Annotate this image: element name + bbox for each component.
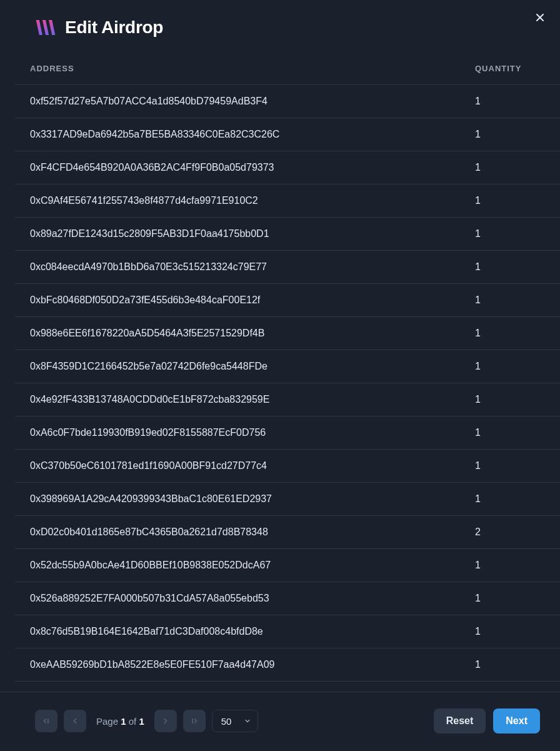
cell-quantity: 1 <box>460 383 560 416</box>
cell-quantity: 1 <box>460 184 560 218</box>
cell-quantity: 1 <box>460 582 560 615</box>
table-row: 0x8c76d5B19B164E1642Baf71dC3Daf008c4bfdD… <box>15 615 560 648</box>
table-row: 0xC370b50eC6101781ed1f1690A00BF91cd27D77… <box>15 450 560 483</box>
modal-title: Edit Airdrop <box>65 18 163 38</box>
page-indicator: Page 1 of 1 <box>92 716 148 727</box>
table-row: 0xc084eecdA4970b1BbD6a70E3c515213324c79E… <box>15 251 560 284</box>
cell-address: 0x4e92fF433B13748A0CDDd0cE1bF872cba83295… <box>15 383 460 416</box>
table-row: 0x8F4359D1C2166452b5e7a02742D6fe9ca5448F… <box>15 350 560 383</box>
cell-quantity: 2 <box>460 516 560 549</box>
table-row: 0xA6c0F7bde119930fB919ed02F8155887EcF0D7… <box>15 416 560 450</box>
cell-address: 0x988e6EE6f1678220aA5D5464A3f5E2571529Df… <box>15 317 460 350</box>
cell-quantity: 1 <box>460 549 560 582</box>
table-row: 0xbFc80468Df050D2a73fE455d6b3e484caF00E1… <box>15 284 560 317</box>
page-total: 1 <box>139 716 144 727</box>
page-size-value: 50 <box>221 716 232 727</box>
cell-quantity: 1 <box>460 450 560 483</box>
page-current: 1 <box>121 716 126 727</box>
cell-address: 0xf52f57d27e5A7b07ACC4a1d8540bD79459AdB3… <box>15 85 460 118</box>
cell-quantity: 1 <box>460 218 560 251</box>
cell-address: 0xF4CFD4e654B920A0A36B2AC4Ff9F0B0a05d793… <box>15 151 460 184</box>
cell-address: 0xeAAB59269bD1bA8522E8e5E0FE510F7aa4d47A… <box>15 648 460 682</box>
cell-address: 0x526a889252E7FA000b507b31CdA57A8a055ebd… <box>15 582 460 615</box>
page-label-prefix: Page <box>96 716 121 727</box>
column-header-address: ADDRESS <box>15 49 460 85</box>
cell-address: 0xbFc80468Df050D2a73fE455d6b3e484caF00E1… <box>15 284 460 317</box>
table-row: 0xf52f57d27e5A7b07ACC4a1d8540bD79459AdB3… <box>15 85 560 118</box>
cell-quantity: 1 <box>460 85 560 118</box>
pagination: Page 1 of 1 50 <box>35 710 258 732</box>
table-row: 0x3317AD9eDa6942b5a7BE5BA83346C0Ea82C3C2… <box>15 118 560 151</box>
reset-button[interactable]: Reset <box>434 708 486 733</box>
cell-address: 0x89a27fDE1243d15c2809F5AB3D1F0aa4175bb0… <box>15 218 460 251</box>
page-first-button[interactable] <box>35 710 58 732</box>
chevron-right-icon <box>161 717 170 725</box>
cell-address: 0xA6c0F7bde119930fB919ed02F8155887EcF0D7… <box>15 416 460 450</box>
table-row: 0xD02c0b401d1865e87bC4365B0a2621d7d8B783… <box>15 516 560 549</box>
cell-address: 0x52dc55b9A0bcAe41D60BBEf10B9838E052DdcA… <box>15 549 460 582</box>
modal-footer: Page 1 of 1 50 Reset Next <box>0 692 560 751</box>
app-logo-icon <box>35 19 56 36</box>
footer-actions: Reset Next <box>434 708 540 733</box>
chevrons-right-icon <box>190 717 199 725</box>
chevrons-left-icon <box>42 717 51 725</box>
table-row: 0xF4CFD4e654B920A0A36B2AC4Ff9F0B0a05d793… <box>15 151 560 184</box>
cell-address: 0x3317AD9eDa6942b5a7BE5BA83346C0Ea82C3C2… <box>15 118 460 151</box>
airdrop-table: ADDRESS QUANTITY 0xf52f57d27e5A7b07ACC4a… <box>15 49 560 682</box>
cell-quantity: 1 <box>460 151 560 184</box>
modal-header: Edit Airdrop <box>0 0 560 49</box>
page-size-select[interactable]: 50 <box>212 710 258 732</box>
cell-address: 0xD02c0b401d1865e87bC4365B0a2621d7d8B783… <box>15 516 460 549</box>
airdrop-table-scroll[interactable]: ADDRESS QUANTITY 0xf52f57d27e5A7b07ACC4a… <box>0 49 560 692</box>
table-row: 0x526a889252E7FA000b507b31CdA57A8a055ebd… <box>15 582 560 615</box>
cell-quantity: 1 <box>460 350 560 383</box>
cell-address: 0x8F4359D1C2166452b5e7a02742D6fe9ca5448F… <box>15 350 460 383</box>
table-row: 0xC9Af4E56741f255743e8f4877d4cfa9971E910… <box>15 184 560 218</box>
cell-quantity: 1 <box>460 416 560 450</box>
cell-quantity: 1 <box>460 648 560 682</box>
page-last-button[interactable] <box>183 710 206 732</box>
cell-address: 0xC370b50eC6101781ed1f1690A00BF91cd27D77… <box>15 450 460 483</box>
chevron-down-icon <box>244 717 251 725</box>
chevron-left-icon <box>71 717 79 725</box>
cell-address: 0xc084eecdA4970b1BbD6a70E3c515213324c79E… <box>15 251 460 284</box>
cell-quantity: 1 <box>460 284 560 317</box>
page-label-of: of <box>126 716 139 727</box>
table-row: 0x4e92fF433B13748A0CDDd0cE1bF872cba83295… <box>15 383 560 416</box>
table-row: 0x52dc55b9A0bcAe41D60BBEf10B9838E052DdcA… <box>15 549 560 582</box>
table-row: 0xeAAB59269bD1bA8522E8e5E0FE510F7aa4d47A… <box>15 648 560 682</box>
column-header-quantity: QUANTITY <box>460 49 560 85</box>
next-button[interactable]: Next <box>493 708 540 733</box>
cell-quantity: 1 <box>460 615 560 648</box>
page-next-button[interactable] <box>154 710 177 732</box>
cell-address: 0xC9Af4E56741f255743e8f4877d4cfa9971E910… <box>15 184 460 218</box>
cell-address: 0x398969A1A29cA4209399343BbaC1c80E61ED29… <box>15 483 460 516</box>
cell-quantity: 1 <box>460 317 560 350</box>
edit-airdrop-modal: Edit Airdrop ADDRESS QUANTITY 0xf52f57d2… <box>0 0 560 751</box>
table-row: 0x398969A1A29cA4209399343BbaC1c80E61ED29… <box>15 483 560 516</box>
page-prev-button[interactable] <box>64 710 86 732</box>
cell-quantity: 1 <box>460 251 560 284</box>
table-row: 0x988e6EE6f1678220aA5D5464A3f5E2571529Df… <box>15 317 560 350</box>
table-row: 0x89a27fDE1243d15c2809F5AB3D1F0aa4175bb0… <box>15 218 560 251</box>
cell-quantity: 1 <box>460 483 560 516</box>
cell-quantity: 1 <box>460 118 560 151</box>
cell-address: 0x8c76d5B19B164E1642Baf71dC3Daf008c4bfdD… <box>15 615 460 648</box>
